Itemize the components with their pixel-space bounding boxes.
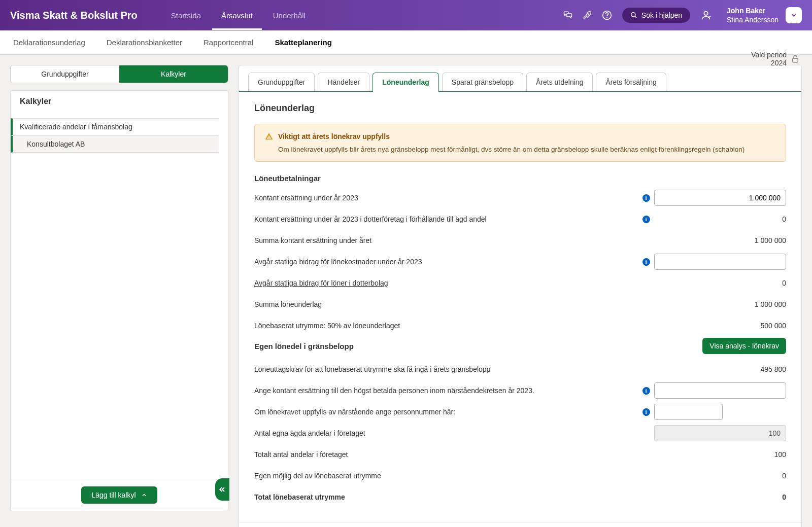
add-calc-button[interactable]: Lägg till kalkyl <box>81 486 157 504</box>
row-value: 0 <box>654 493 786 501</box>
tabs-row: Grunduppgifter Händelser Löneunderlag Sp… <box>239 65 801 92</box>
view-toggle-group: Grunduppgifter Kalkyler <box>10 65 228 83</box>
nav-startsida[interactable]: Startsida <box>162 1 210 30</box>
period-value: 2024 <box>751 59 787 67</box>
row-label: Totat lönebaserat utrymme <box>254 493 638 501</box>
row-label: Summa löneunderlag <box>254 300 638 308</box>
top-header: Visma Skatt & Bokslut Pro Startsida Årsa… <box>0 0 812 30</box>
chevron-up-icon <box>141 492 147 498</box>
period-label: Vald period <box>751 51 787 59</box>
search-help-button[interactable]: Sök i hjälpen <box>622 8 690 23</box>
row-label: Lönebaserat utrymme: 50% av löneunderlag… <box>254 322 638 330</box>
content-panel: Grunduppgifter Händelser Löneunderlag Sp… <box>239 65 802 527</box>
add-calc-footer: Lägg till kalkyl <box>11 479 228 511</box>
tree-item-kvalificerade[interactable]: Kvalificerade andelar i fåmansbolag <box>11 118 219 135</box>
row-label-link[interactable]: Avgår statliga bidrag för löner i dotter… <box>254 279 638 287</box>
row-totat-lonebaserat: Totat lönebaserat utrymme 0 <box>254 488 786 506</box>
chevron-left-double-icon <box>218 485 226 494</box>
row-value: 495 800 <box>654 365 786 373</box>
section2-title: Egen lönedel i gränsbelopp <box>254 342 354 350</box>
section2-header: Egen lönedel i gränsbelopp Visa analys -… <box>254 338 786 354</box>
svg-point-4 <box>704 12 707 15</box>
row-value: 500 000 <box>654 322 786 330</box>
input-kontant-2023[interactable] <box>654 190 786 206</box>
user-primary: John Baker <box>727 6 779 15</box>
info-icon[interactable]: i <box>642 387 650 395</box>
row-kontant-dotter: Kontant ersättning under år 2023 i dotte… <box>254 210 786 228</box>
row-ange-kontant: Ange kontant ersättning till den högst b… <box>254 381 786 400</box>
user-secondary: Stina Andersson <box>727 15 779 24</box>
row-value: 0 <box>654 215 786 223</box>
info-icon[interactable]: i <box>642 194 650 202</box>
row-value: 0 <box>654 279 786 287</box>
row-label: Antal egna ägda andelar i företaget <box>254 429 638 437</box>
row-loneuttagskrav: Löneuttagskrav för att lönebaserat utrym… <box>254 360 786 378</box>
tab-arets-utdelning[interactable]: Årets utdelning <box>526 73 593 91</box>
input-egna-andelar <box>654 425 786 441</box>
chevron-down-icon <box>790 12 797 19</box>
calc-sidebar: Kalkyler Kvalificerade andelar i fåmansb… <box>10 90 228 511</box>
user-block: John Baker Stina Andersson <box>727 6 802 24</box>
tab-loneunderlag[interactable]: Löneunderlag <box>373 73 439 91</box>
subnav-skatteplanering[interactable]: Skatteplanering <box>272 30 335 54</box>
row-kontant-2023: Kontant ersättning under år 2023 i <box>254 189 786 207</box>
row-avgar-bidrag: Avgår statliga bidrag för lönekostnader … <box>254 253 786 271</box>
row-label: Summa kontant ersättning under året <box>254 236 638 244</box>
info-icon[interactable]: i <box>642 408 650 416</box>
tree-item-konsultbolaget[interactable]: Konsultbolaget AB <box>11 135 219 153</box>
nav-underhall[interactable]: Underhåll <box>264 1 315 30</box>
input-ange-kontant[interactable] <box>654 382 786 399</box>
row-label: Löneuttagskrav för att lönebaserat utrym… <box>254 365 638 373</box>
info-icon[interactable]: i <box>642 258 650 266</box>
svg-point-3 <box>631 13 635 17</box>
tab-arets-forsaljning[interactable]: Årets försäljning <box>596 73 666 91</box>
subnav-rapportcentral[interactable]: Rapportcentral <box>200 30 256 54</box>
row-label: Kontant ersättning under år 2023 i dotte… <box>254 215 638 223</box>
row-egen-mojlig: Egen möjlig del av lönebaserat utrymme 0 <box>254 467 786 485</box>
add-calc-label: Lägg till kalkyl <box>91 491 136 499</box>
user-icon[interactable] <box>700 10 712 21</box>
subnav-deklarationsblanketter[interactable]: Deklarationsblanketter <box>104 30 185 54</box>
alert-box: Viktigt att årets lönekrav uppfylls Om l… <box>254 124 786 162</box>
page-title: Löneunderlag <box>254 103 786 114</box>
help-icon[interactable] <box>602 10 612 20</box>
row-label: Om lönekravet uppfylls av närstående ang… <box>254 408 638 416</box>
info-icon[interactable]: i <box>642 216 650 223</box>
svg-point-0 <box>588 14 589 15</box>
row-label: Avgår statliga bidrag för lönekostnader … <box>254 258 638 266</box>
primary-nav: Startsida Årsavslut Underhåll <box>162 1 315 30</box>
tab-sparat-gransbelopp[interactable]: Sparat gränsbelopp <box>442 73 523 91</box>
left-column: Grunduppgifter Kalkyler Kalkyler Kvalifi… <box>10 65 228 511</box>
row-label: Egen möjlig del av lönebaserat utrymme <box>254 472 638 480</box>
content-body: Löneunderlag Viktigt att årets lönekrav … <box>239 92 801 522</box>
feedback-icon[interactable] <box>563 11 572 20</box>
visa-analys-button[interactable]: Visa analys - lönekrav <box>702 338 786 354</box>
row-label: Ange kontant ersättning till den högst b… <box>254 387 638 395</box>
unlock-icon[interactable] <box>791 54 800 63</box>
row-label: Totalt antal andelar i företaget <box>254 450 638 459</box>
rocket-icon[interactable] <box>583 11 592 20</box>
alert-title-row: Viktigt att årets lönekrav uppfylls <box>265 132 775 140</box>
header-icons: Sök i hjälpen John Baker Stina Andersson <box>563 6 802 24</box>
toggle-kalkyler[interactable]: Kalkyler <box>119 65 228 83</box>
input-avgar-bidrag[interactable] <box>654 254 786 270</box>
user-menu-toggle[interactable] <box>786 7 802 23</box>
tab-handelser[interactable]: Händelser <box>318 73 369 91</box>
sidebar-title: Kalkyler <box>20 97 219 111</box>
nav-arsavslut[interactable]: Årsavslut <box>212 1 262 30</box>
section1-title: Löneutbetalningar <box>254 174 786 183</box>
row-label: Kontant ersättning under år 2023 <box>254 194 638 202</box>
row-summa-loneunderlag: Summa löneunderlag 1 000 000 <box>254 295 786 313</box>
input-personnummer[interactable] <box>654 404 723 420</box>
row-total-andelar: Totalt antal andelar i företaget 100 <box>254 445 786 464</box>
main-layout: Grunduppgifter Kalkyler Kalkyler Kvalifi… <box>0 55 812 527</box>
collapse-sidebar-button[interactable] <box>215 478 229 501</box>
row-value: 100 <box>654 450 786 459</box>
toggle-grunduppgifter[interactable]: Grunduppgifter <box>11 65 119 83</box>
subnav-deklarationsunderlag[interactable]: Deklarationsunderlag <box>10 30 88 54</box>
tab-grunduppgifter[interactable]: Grunduppgifter <box>248 73 315 91</box>
alert-title: Viktigt att årets lönekrav uppfylls <box>278 132 390 140</box>
row-avgar-dotter: Avgår statliga bidrag för löner i dotter… <box>254 274 786 292</box>
remove-button-wrap: Ta bort <box>239 522 801 527</box>
brand-title: Visma Skatt & Bokslut Pro <box>10 10 138 21</box>
